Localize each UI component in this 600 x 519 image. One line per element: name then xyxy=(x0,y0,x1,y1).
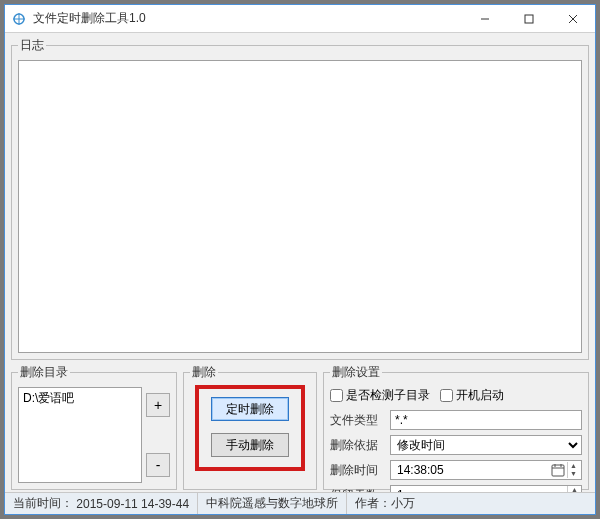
window-title: 文件定时删除工具1.0 xyxy=(33,10,146,27)
time-spinner: ▲ ▼ xyxy=(567,462,579,478)
lower-row: 删除目录 D:\爱语吧 + - 删除 定时删除 手动删除 删除设置 xyxy=(11,364,589,490)
current-time-label: 当前时间： xyxy=(13,495,73,512)
settings-grid: 是否检测子目录 开机启动 文件类型 删除依据 修改时间 删除时间 xyxy=(330,387,582,492)
status-current-time: 当前时间： 2015-09-11 14-39-44 xyxy=(5,493,198,514)
app-window: 文件定时删除工具1.0 日志 删除目录 D:\爱语吧 + - xyxy=(4,4,596,515)
client-area: 日志 删除目录 D:\爱语吧 + - 删除 定时删除 手动删除 xyxy=(5,33,595,492)
delete-actions-group: 删除 定时删除 手动删除 xyxy=(183,364,317,490)
dir-buttons: + - xyxy=(146,387,170,483)
delete-actions-legend: 删除 xyxy=(190,364,218,381)
delete-settings-group: 删除设置 是否检测子目录 开机启动 文件类型 删除 xyxy=(323,364,589,490)
svg-rect-1 xyxy=(525,15,533,23)
delete-time-input[interactable] xyxy=(395,462,549,478)
highlight-box: 定时删除 手动删除 xyxy=(195,385,305,471)
filetype-label: 文件类型 xyxy=(330,412,386,429)
author-label: 作者： xyxy=(355,495,391,512)
log-legend: 日志 xyxy=(18,37,46,54)
list-item[interactable]: D:\爱语吧 xyxy=(23,390,137,406)
minimize-button[interactable] xyxy=(463,5,507,33)
time-down-icon[interactable]: ▼ xyxy=(567,470,579,478)
add-dir-button[interactable]: + xyxy=(146,393,170,417)
subdir-label: 是否检测子目录 xyxy=(346,387,430,404)
current-time-value: 2015-09-11 14-39-44 xyxy=(76,497,189,511)
delete-settings-legend: 删除设置 xyxy=(330,364,382,381)
subdir-checkbox-wrap[interactable]: 是否检测子目录 xyxy=(330,387,430,404)
timed-delete-button[interactable]: 定时删除 xyxy=(211,397,289,421)
log-textarea[interactable] xyxy=(18,60,582,353)
status-bar: 当前时间： 2015-09-11 14-39-44 中科院遥感与数字地球所 作者… xyxy=(5,492,595,514)
basis-select[interactable]: 修改时间 xyxy=(390,435,582,455)
autostart-checkbox[interactable] xyxy=(440,389,453,402)
svg-rect-2 xyxy=(552,465,564,476)
delete-dir-group: 删除目录 D:\爱语吧 + - xyxy=(11,364,177,490)
autostart-label: 开机启动 xyxy=(456,387,504,404)
keepdays-stepper[interactable]: ▲ ▼ xyxy=(390,485,582,492)
calendar-icon[interactable] xyxy=(551,463,565,477)
remove-dir-button[interactable]: - xyxy=(146,453,170,477)
checkbox-row: 是否检测子目录 开机启动 xyxy=(330,387,582,404)
basis-label: 删除依据 xyxy=(330,437,386,454)
close-button[interactable] xyxy=(551,5,595,33)
delete-time-picker[interactable]: ▲ ▼ xyxy=(390,460,582,480)
manual-delete-button[interactable]: 手动删除 xyxy=(211,433,289,457)
subdir-checkbox[interactable] xyxy=(330,389,343,402)
time-label: 删除时间 xyxy=(330,462,386,479)
directory-list[interactable]: D:\爱语吧 xyxy=(18,387,142,483)
status-author: 作者： 小万 xyxy=(347,493,595,514)
author-value: 小万 xyxy=(391,495,415,512)
filetype-input[interactable] xyxy=(390,410,582,430)
status-org: 中科院遥感与数字地球所 xyxy=(198,493,347,514)
time-up-icon[interactable]: ▲ xyxy=(567,462,579,470)
autostart-checkbox-wrap[interactable]: 开机启动 xyxy=(440,387,504,404)
log-group: 日志 xyxy=(11,37,589,360)
title-bar: 文件定时删除工具1.0 xyxy=(5,5,595,33)
maximize-button[interactable] xyxy=(507,5,551,33)
app-icon xyxy=(11,11,27,27)
delete-dir-legend: 删除目录 xyxy=(18,364,70,381)
